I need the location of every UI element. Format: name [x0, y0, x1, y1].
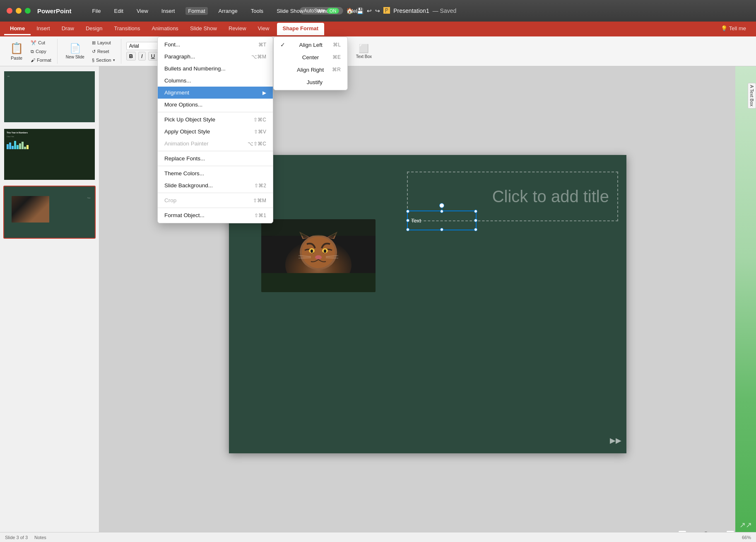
menu-file[interactable]: File	[90, 7, 104, 15]
menu-apply-style[interactable]: Apply Object Style ⇧⌘V	[158, 126, 273, 138]
menu-format[interactable]: Format	[185, 7, 207, 15]
menu-arrange[interactable]: Arrange	[216, 7, 240, 15]
alignment-submenu: ✓ Align Left ⌘L ✓ Center ⌘E ✓ Align Righ…	[273, 36, 348, 90]
replace-fonts-label: Replace Fonts...	[164, 155, 205, 162]
slide-thumbnail-2[interactable]: 2 This Year in Numbers Chart Title	[3, 128, 96, 181]
maximize-button[interactable]	[25, 8, 31, 14]
nav-arrow-right[interactable]: ▶▶	[610, 436, 621, 445]
tab-home[interactable]: Home	[4, 23, 31, 35]
menu-format-object[interactable]: Format Object... ⇧⌘1	[158, 209, 273, 221]
status-bar: Slide 3 of 3 Notes 66%	[0, 532, 756, 542]
save-icon[interactable]: 💾	[356, 7, 364, 14]
menu-theme-colors[interactable]: Theme Colors...	[158, 167, 273, 179]
format-menu-dropdown: Font... ⌘T Paragraph... ⌥⌘M Bullets and …	[157, 36, 273, 223]
handle-tl[interactable]	[406, 210, 409, 213]
slide1-thumb-text: ▬	[7, 75, 91, 77]
cut-button[interactable]: ✂️ Cut	[28, 39, 54, 46]
menu-replace-fonts[interactable]: Replace Fonts...	[158, 152, 273, 165]
text-box-selected[interactable]: Text	[407, 211, 477, 230]
justify-item[interactable]: ✓ Justify	[274, 76, 347, 88]
svg-rect-18	[261, 219, 376, 236]
undo-icon[interactable]: ↩	[367, 7, 372, 14]
align-left-item[interactable]: ✓ Align Left ⌘L	[274, 39, 347, 51]
title-bar-center: AutoSave ON 🏠 💾 ↩ ↪ 🅿 Presentation1 — Sa…	[300, 7, 457, 15]
menu-font[interactable]: Font... ⌘T	[158, 39, 273, 51]
bullets-numbering-label: Bullets and Numbering...	[164, 65, 226, 72]
bold-button[interactable]: B	[126, 52, 136, 60]
main-area: 1 ▬ 2 This Year in Numbers Chart Title	[0, 66, 756, 542]
format-object-label: Format Object...	[164, 212, 205, 218]
menu-slide-background[interactable]: Slide Background... ⇧⌘2	[158, 179, 273, 191]
tiger-image[interactable]	[261, 219, 376, 292]
layout-button[interactable]: ⊞ Layout	[89, 39, 118, 46]
align-left-check: ✓	[280, 41, 285, 48]
menu-animation-painter: Animation Painter ⌥⇧⌘C	[158, 138, 273, 150]
handle-tm[interactable]	[440, 210, 443, 213]
menu-edit[interactable]: Edit	[111, 7, 125, 15]
menu-tools[interactable]: Tools	[248, 7, 266, 15]
tab-design[interactable]: Design	[80, 23, 108, 35]
more-options-label: More Options...	[164, 102, 202, 108]
menu-columns[interactable]: Columns...	[158, 75, 273, 87]
alignment-arrow: ▶	[262, 90, 266, 96]
menu-paragraph[interactable]: Paragraph... ⌥⌘M	[158, 51, 273, 63]
tab-slideshow[interactable]: Slide Show	[184, 23, 223, 35]
svg-point-8	[315, 255, 322, 259]
tab-review[interactable]: Review	[223, 23, 252, 35]
reset-button[interactable]: ↺ Reset	[89, 48, 118, 55]
autosave-toggle[interactable]: ON	[327, 8, 339, 14]
menu-view[interactable]: View	[134, 7, 151, 15]
handle-br[interactable]	[474, 228, 477, 231]
handle-ml[interactable]	[406, 219, 409, 222]
new-slide-icon: 📄	[70, 43, 81, 54]
slide-thumbnail-1[interactable]: 1 ▬	[3, 70, 96, 123]
underline-button[interactable]: U	[148, 52, 158, 60]
handle-tr[interactable]	[474, 210, 477, 213]
tab-draw[interactable]: Draw	[56, 23, 80, 35]
title-placeholder-text: Click to add title	[492, 187, 609, 206]
paste-button[interactable]: 📋 Paste	[7, 40, 26, 62]
ribbon-toolbar: 📋 Paste ✂️ Cut ⧉ Copy 🖌 Format	[0, 36, 756, 66]
home-icon[interactable]: 🏠	[346, 7, 353, 14]
autosave-pill[interactable]: AutoSave ON	[300, 7, 343, 15]
notes-button[interactable]: Notes	[34, 535, 46, 540]
menu-divider-5	[158, 208, 273, 208]
crop-shortcut: ⇧⌘M	[253, 198, 266, 203]
tab-animations[interactable]: Animations	[146, 23, 184, 35]
align-center-item[interactable]: ✓ Center ⌘E	[274, 51, 347, 63]
handle-bm[interactable]	[440, 228, 443, 231]
copy-label: Copy	[36, 49, 46, 54]
new-slide-label: New Slide	[66, 55, 84, 59]
tab-shape-format[interactable]: Shape Format	[277, 23, 325, 35]
italic-button[interactable]: I	[138, 52, 146, 60]
menu-insert[interactable]: Insert	[159, 7, 178, 15]
minimize-button[interactable]	[16, 8, 22, 14]
slides-panel: 1 ▬ 2 This Year in Numbers Chart Title	[0, 66, 99, 542]
pick-up-style-label: Pick Up Object Style	[164, 116, 215, 123]
redo-icon[interactable]: ↪	[375, 7, 380, 14]
handle-bl[interactable]	[406, 228, 409, 231]
menu-pick-up-style[interactable]: Pick Up Object Style ⇧⌘C	[158, 114, 273, 126]
align-right-item[interactable]: ✓ Align Right ⌘R	[274, 63, 347, 76]
app-name: PowerPoint	[37, 7, 72, 15]
tab-insert[interactable]: Insert	[31, 23, 56, 35]
menu-bullets-numbering[interactable]: Bullets and Numbering...	[158, 63, 273, 75]
copy-button[interactable]: ⧉ Copy	[28, 48, 54, 55]
alignment-label: Alignment	[164, 90, 189, 96]
tab-view[interactable]: View	[252, 23, 275, 35]
tab-transitions[interactable]: Transitions	[108, 23, 146, 35]
menu-alignment[interactable]: Alignment ▶	[158, 87, 273, 99]
menu-more-options[interactable]: More Options...	[158, 99, 273, 111]
slide-thumbnail-3[interactable]: 3 Text	[3, 186, 96, 238]
paragraph-label: Paragraph...	[164, 53, 195, 60]
section-button[interactable]: § Section ▾	[89, 57, 118, 63]
text-box-button[interactable]: ⬜ Text Box	[353, 42, 375, 60]
tab-tell-me[interactable]: 💡 Tell me	[715, 23, 752, 35]
close-button[interactable]	[7, 8, 12, 14]
format-painter-button[interactable]: 🖌 Format	[28, 57, 54, 63]
new-slide-button[interactable]: 📄 New Slide	[63, 41, 88, 61]
rotate-handle[interactable]	[439, 203, 444, 208]
slide2-chart-title: Chart Title	[7, 136, 92, 138]
handle-mr[interactable]	[474, 219, 477, 222]
svg-rect-17	[261, 273, 376, 292]
